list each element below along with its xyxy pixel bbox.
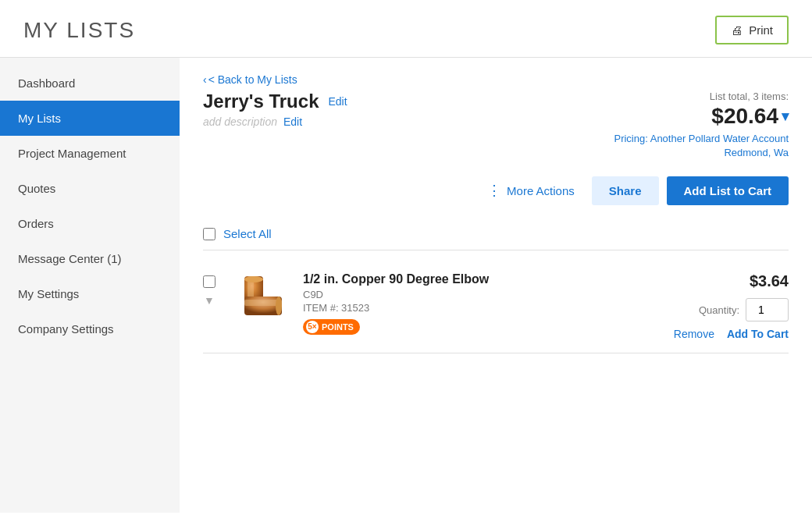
sidebar: Dashboard My Lists Project Management Qu…: [0, 58, 180, 513]
list-description-row: add description Edit: [203, 115, 347, 128]
select-all-row: Select All: [203, 227, 789, 250]
select-all-checkbox[interactable]: [203, 228, 215, 240]
back-to-lists-link[interactable]: ‹ < Back to My Lists: [203, 73, 789, 86]
header: MY LISTS 🖨 Print: [0, 0, 812, 58]
product-checkbox[interactable]: [203, 275, 215, 288]
add-list-to-cart-button[interactable]: Add List to Cart: [667, 176, 789, 205]
list-header: Jerry's Truck Edit add description Edit …: [203, 91, 789, 160]
list-total-price: $20.64 ▾: [614, 104, 789, 129]
pricing-section: List total, 3 items: $20.64 ▾ Pricing: A…: [614, 91, 789, 160]
sidebar-item-quotes[interactable]: Quotes: [0, 171, 180, 206]
sidebar-item-company-settings[interactable]: Company Settings: [0, 311, 180, 346]
share-button[interactable]: Share: [592, 176, 659, 205]
list-title-section: Jerry's Truck Edit add description Edit: [203, 91, 347, 128]
list-total-label: List total, 3 items:: [614, 91, 789, 102]
product-price: $3.64: [674, 272, 789, 290]
sidebar-item-message-center[interactable]: Message Center (1): [0, 241, 180, 276]
main-content: ‹ < Back to My Lists Jerry's Truck Edit …: [180, 58, 812, 513]
pricing-account: Pricing: Another Pollard Water Account R…: [614, 132, 789, 160]
product-item-number: ITEM #: 31523: [303, 302, 661, 314]
add-to-cart-link[interactable]: Add To Cart: [727, 328, 789, 340]
product-price-column: $3.64 Quantity: Remove Add To Cart: [674, 272, 789, 340]
actions-row: ⋮ More Actions Share Add List to Cart: [203, 176, 789, 216]
sidebar-item-dashboard[interactable]: Dashboard: [0, 66, 180, 101]
quantity-row: Quantity:: [674, 298, 789, 321]
product-sku: C9D: [303, 289, 661, 300]
print-button[interactable]: 🖨 Print: [715, 16, 789, 44]
copper-elbow-svg: [230, 275, 289, 333]
quantity-label: Quantity:: [699, 304, 739, 316]
more-actions-button[interactable]: ⋮ More Actions: [478, 176, 584, 205]
main-layout: Dashboard My Lists Project Management Qu…: [0, 58, 812, 513]
list-title-row: Jerry's Truck Edit: [203, 91, 347, 112]
product-row: ▼: [203, 260, 789, 353]
more-actions-icon: ⋮: [487, 182, 502, 199]
select-all-label[interactable]: Select All: [223, 227, 272, 240]
product-image: [228, 272, 290, 335]
page-title: MY LISTS: [23, 18, 135, 43]
product-check-column: ▼: [203, 272, 215, 307]
svg-point-5: [276, 297, 282, 315]
svg-point-4: [244, 276, 263, 282]
product-actions-row: Remove Add To Cart: [674, 328, 789, 340]
sidebar-item-orders[interactable]: Orders: [0, 206, 180, 241]
edit-list-name-link[interactable]: Edit: [328, 95, 347, 108]
product-expand-icon[interactable]: ▼: [204, 294, 215, 307]
points-icon: 5×: [306, 321, 319, 333]
edit-description-link[interactable]: Edit: [283, 115, 302, 128]
back-icon: ‹: [203, 73, 207, 86]
product-info: 1/2 in. Copper 90 Degree Elbow C9D ITEM …: [303, 272, 661, 335]
sidebar-item-my-lists[interactable]: My Lists: [0, 101, 180, 136]
sidebar-item-my-settings[interactable]: My Settings: [0, 276, 180, 311]
list-name: Jerry's Truck: [203, 91, 319, 112]
remove-link[interactable]: Remove: [674, 328, 714, 340]
product-name: 1/2 in. Copper 90 Degree Elbow: [303, 272, 661, 286]
description-placeholder: add description: [203, 115, 277, 128]
sidebar-item-project-management[interactable]: Project Management: [0, 136, 180, 171]
points-badge: 5× POINTS: [303, 319, 360, 335]
quantity-input[interactable]: [746, 298, 789, 321]
print-icon: 🖨: [731, 23, 743, 37]
price-dropdown-icon[interactable]: ▾: [782, 108, 789, 125]
